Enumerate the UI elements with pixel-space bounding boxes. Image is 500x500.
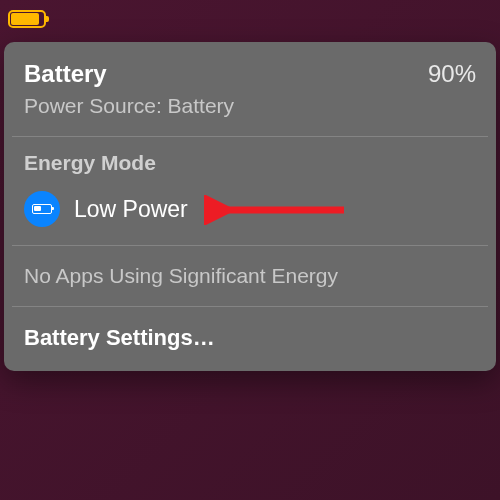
low-power-icon-circle [24,191,60,227]
significant-energy-label: No Apps Using Significant Energy [4,246,496,306]
battery-header: Battery 90% [4,42,496,92]
battery-cap [46,16,49,22]
annotation-arrow-icon [204,195,354,225]
energy-mode-heading: Energy Mode [4,137,496,185]
low-power-label: Low Power [74,196,188,223]
battery-icon [8,10,46,28]
battery-half-icon [32,204,52,214]
energy-mode-low-power[interactable]: Low Power [4,185,496,245]
battery-title: Battery [24,60,107,88]
battery-settings-button[interactable]: Battery Settings… [4,307,496,371]
battery-percentage: 90% [428,60,476,88]
battery-fill [11,13,39,25]
power-source-label: Power Source: Battery [4,92,496,136]
battery-menu-panel: Battery 90% Power Source: Battery Energy… [4,42,496,371]
menubar-battery-icon[interactable] [8,10,46,28]
